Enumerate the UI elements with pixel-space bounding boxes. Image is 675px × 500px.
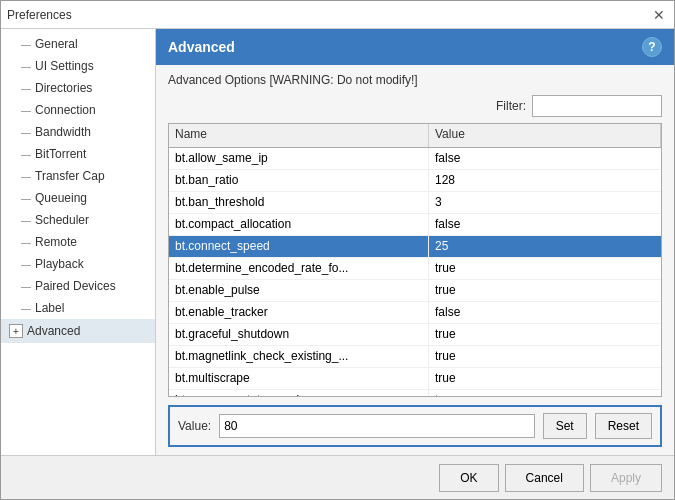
sidebar-group-advanced[interactable]: +Advanced	[1, 319, 155, 343]
cell-name: bt.determine_encoded_rate_fo...	[169, 258, 429, 279]
preferences-window: Preferences ✕ —General—UI Settings—Direc…	[0, 0, 675, 500]
col-value: Value	[429, 124, 661, 147]
cell-value: true	[429, 346, 661, 367]
cell-name: bt.enable_tracker	[169, 302, 429, 323]
table-row[interactable]: bt.determine_encoded_rate_fo...true	[169, 258, 661, 280]
title-bar: Preferences ✕	[1, 1, 674, 29]
cell-name: bt.connect_speed	[169, 236, 429, 257]
table-row[interactable]: bt.allow_same_ipfalse	[169, 148, 661, 170]
cell-name: bt.ban_threshold	[169, 192, 429, 213]
cell-value: false	[429, 214, 661, 235]
sidebar-item[interactable]: —UI Settings	[1, 55, 155, 77]
warning-text: Advanced Options [WARNING: Do not modify…	[168, 73, 662, 87]
window-title: Preferences	[7, 8, 72, 22]
sidebar-item[interactable]: —Playback	[1, 253, 155, 275]
sidebar-item[interactable]: —Scheduler	[1, 209, 155, 231]
table-row[interactable]: bt.connect_speed25	[169, 236, 661, 258]
cell-name: bt.compact_allocation	[169, 214, 429, 235]
value-label: Value:	[178, 419, 211, 433]
sidebar-item[interactable]: —Queueing	[1, 187, 155, 209]
cell-value: 128	[429, 170, 661, 191]
sidebar-item[interactable]: —General	[1, 33, 155, 55]
panel-header: Advanced ?	[156, 29, 674, 65]
table-row[interactable]: bt.multiscrapetrue	[169, 368, 661, 390]
filter-input[interactable]	[532, 95, 662, 117]
table-row[interactable]: bt.ban_threshold3	[169, 192, 661, 214]
cell-name: bt.enable_pulse	[169, 280, 429, 301]
sidebar-item[interactable]: —Directories	[1, 77, 155, 99]
sidebar-item[interactable]: —BitTorrent	[1, 143, 155, 165]
panel-title: Advanced	[168, 39, 235, 55]
sidebar-item[interactable]: —Label	[1, 297, 155, 319]
cell-value: 3	[429, 192, 661, 213]
cell-name: bt.graceful_shutdown	[169, 324, 429, 345]
cell-name: bt.multiscrape	[169, 368, 429, 389]
sidebar-item[interactable]: —Paired Devices	[1, 275, 155, 297]
table-row[interactable]: bt.enable_pulsetrue	[169, 280, 661, 302]
cell-value: true	[429, 368, 661, 389]
ok-button[interactable]: OK	[439, 464, 498, 492]
table-header: Name Value	[169, 124, 661, 148]
value-section: Value: Set Reset	[168, 405, 662, 447]
table-row[interactable]: bt.enable_trackerfalse	[169, 302, 661, 324]
sidebar-item[interactable]: —Bandwidth	[1, 121, 155, 143]
table-row[interactable]: bt.compact_allocationfalse	[169, 214, 661, 236]
sidebar-item-label: Advanced	[27, 324, 80, 338]
table-row[interactable]: bt.graceful_shutdowntrue	[169, 324, 661, 346]
filter-label: Filter:	[496, 99, 526, 113]
table-row[interactable]: bt.no_connect_to_servicestrue	[169, 390, 661, 396]
apply-button[interactable]: Apply	[590, 464, 662, 492]
table-row[interactable]: bt.magnetlink_check_existing_...true	[169, 346, 661, 368]
panel-body: Advanced Options [WARNING: Do not modify…	[156, 65, 674, 455]
table-container: Name Value bt.allow_same_ipfalsebt.ban_r…	[168, 123, 662, 397]
table-row[interactable]: bt.ban_ratio128	[169, 170, 661, 192]
cell-value: true	[429, 258, 661, 279]
col-name: Name	[169, 124, 429, 147]
value-input[interactable]	[219, 414, 534, 438]
set-button[interactable]: Set	[543, 413, 587, 439]
cell-value: true	[429, 324, 661, 345]
cell-value: 25	[429, 236, 661, 257]
content-area: —General—UI Settings—Directories—Connect…	[1, 29, 674, 455]
sidebar: —General—UI Settings—Directories—Connect…	[1, 29, 156, 455]
expand-icon: +	[9, 324, 23, 338]
filter-row: Filter:	[168, 95, 662, 117]
cell-value: false	[429, 302, 661, 323]
footer: OK Cancel Apply	[1, 455, 674, 499]
cell-value: true	[429, 280, 661, 301]
table-body: bt.allow_same_ipfalsebt.ban_ratio128bt.b…	[169, 148, 661, 396]
cell-name: bt.allow_same_ip	[169, 148, 429, 169]
help-button[interactable]: ?	[642, 37, 662, 57]
cell-value: true	[429, 390, 661, 396]
sidebar-item[interactable]: —Remote	[1, 231, 155, 253]
cell-name: bt.magnetlink_check_existing_...	[169, 346, 429, 367]
cell-name: bt.no_connect_to_services	[169, 390, 429, 396]
cell-value: false	[429, 148, 661, 169]
cell-name: bt.ban_ratio	[169, 170, 429, 191]
main-panel: Advanced ? Advanced Options [WARNING: Do…	[156, 29, 674, 455]
reset-button[interactable]: Reset	[595, 413, 652, 439]
sidebar-item[interactable]: —Transfer Cap	[1, 165, 155, 187]
close-button[interactable]: ✕	[650, 6, 668, 24]
sidebar-item[interactable]: —Connection	[1, 99, 155, 121]
cancel-button[interactable]: Cancel	[505, 464, 584, 492]
